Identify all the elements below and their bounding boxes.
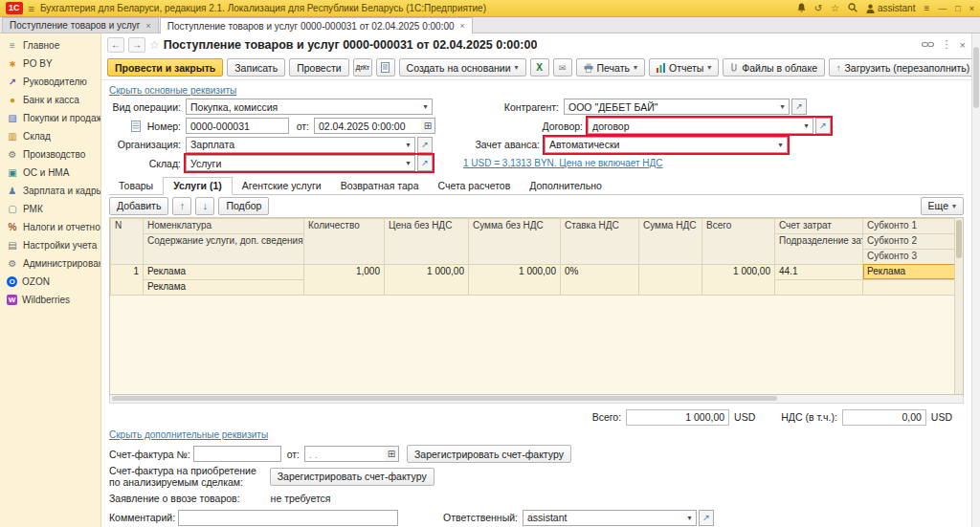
- column-header-subconto1[interactable]: Субконто 1: [863, 218, 955, 233]
- maximize-button[interactable]: □: [955, 4, 960, 13]
- print-button[interactable]: Печать▾: [576, 58, 645, 77]
- sidebar-item-ozon[interactable]: OOZON: [0, 273, 100, 291]
- cell-row-number[interactable]: 1: [111, 264, 144, 295]
- notifications-bell-icon[interactable]: [797, 3, 806, 14]
- hide-main-requisites-link[interactable]: Скрыть основные реквизиты: [109, 85, 236, 96]
- warehouse-field[interactable]: Услуги ▾: [186, 155, 415, 171]
- column-header-sum[interactable]: Сумма без НДС: [469, 218, 561, 264]
- tab-scheta-raschetov[interactable]: Счета расчетов: [428, 178, 520, 194]
- kebab-menu-icon[interactable]: ⋮: [942, 38, 952, 51]
- minimize-button[interactable]: —: [938, 4, 947, 13]
- cell-price[interactable]: 1 000,00: [385, 264, 469, 295]
- move-down-button[interactable]: ↓: [195, 197, 214, 215]
- excel-export-button[interactable]: X: [530, 58, 549, 77]
- column-header-cost-account[interactable]: Счет затрат: [775, 218, 863, 233]
- sidebar-item-os-nma[interactable]: ▣ОС и НМА: [0, 164, 100, 182]
- register-invoice-button[interactable]: Зарегистрировать счет-фактуру: [407, 445, 571, 463]
- cell-cost-account[interactable]: 44.1: [775, 264, 863, 279]
- scrollbar-thumb[interactable]: [973, 47, 979, 108]
- column-header-total[interactable]: Всего: [702, 218, 775, 264]
- window-vertical-scrollbar[interactable]: [971, 33, 980, 527]
- grid-more-button[interactable]: Еще▾: [921, 197, 964, 215]
- reports-button[interactable]: Отчеты▾: [649, 58, 719, 77]
- get-link-icon[interactable]: [922, 40, 934, 49]
- move-up-button[interactable]: ↑: [172, 197, 191, 215]
- back-button[interactable]: ←: [107, 37, 124, 53]
- pick-button[interactable]: Подбор: [218, 197, 269, 215]
- window-tab-list[interactable]: Поступление товаров и услуг ×: [2, 17, 159, 33]
- close-form-icon[interactable]: ×: [960, 39, 966, 51]
- register-purchase-invoice-button[interactable]: Зарегистрировать счет-фактуру: [270, 468, 434, 486]
- column-header-price[interactable]: Цена без НДС: [385, 218, 469, 264]
- tab-close-icon[interactable]: ×: [145, 21, 150, 31]
- comment-input[interactable]: [178, 510, 398, 526]
- history-icon[interactable]: ↺: [814, 4, 822, 13]
- date-field[interactable]: 02.04.2025 0:00:00: [314, 118, 421, 134]
- column-header-service-content[interactable]: Содержание услуги, доп. сведения: [144, 233, 304, 264]
- favorites-star-icon[interactable]: ☆: [831, 4, 839, 13]
- column-header-subconto3[interactable]: Субконто 3: [863, 249, 955, 264]
- scrollbar-thumb[interactable]: [956, 220, 962, 258]
- sidebar-item-administrirovanie[interactable]: ⚙Администрирование: [0, 254, 100, 273]
- tab-close-icon[interactable]: ×: [460, 21, 465, 31]
- scrollbar-thumb[interactable]: [112, 396, 777, 401]
- operation-type-field[interactable]: Покупка, комиссия ▾: [186, 99, 433, 115]
- number-field[interactable]: 0000-000031: [186, 118, 289, 134]
- sidebar-item-rukovoditelyu[interactable]: ↗Руководителю: [0, 73, 100, 91]
- cloud-files-button[interactable]: Файлы в облаке: [723, 58, 825, 77]
- cell-subconto1-selected[interactable]: Реклама: [863, 264, 955, 279]
- advance-field[interactable]: Автоматически ▾: [545, 137, 788, 153]
- user-menu[interactable]: assistant: [866, 3, 915, 13]
- forward-button[interactable]: →: [128, 37, 145, 53]
- tab-dopolnitelno[interactable]: Дополнительно: [520, 178, 612, 194]
- table-horizontal-scrollbar[interactable]: [109, 395, 964, 404]
- invoice-date-field[interactable]: . .: [304, 446, 385, 462]
- mail-button[interactable]: ✉: [553, 58, 572, 77]
- currency-rate-link[interactable]: 1 USD = 3,1313 BYN. Цена не включает НДС: [463, 158, 663, 168]
- column-header-nomenclature[interactable]: Номенклатура: [144, 218, 304, 233]
- sidebar-item-bank-kassa[interactable]: ●Банк и касса: [0, 91, 100, 109]
- close-window-button[interactable]: ×: [969, 4, 974, 13]
- column-header-vat-rate[interactable]: Ставка НДС: [561, 218, 639, 264]
- organization-field[interactable]: Зарплата ▾: [186, 137, 415, 153]
- column-header-subconto2[interactable]: Субконто 2: [863, 233, 955, 249]
- load-from-file-button[interactable]: ↑ Загрузить (перезаполнить) из файла: [829, 58, 980, 77]
- sidebar-item-sklad[interactable]: ▥Склад: [0, 127, 100, 145]
- open-warehouse-button[interactable]: ↗: [417, 155, 433, 171]
- table-vertical-scrollbar[interactable]: [954, 218, 963, 394]
- column-header-n[interactable]: N: [111, 218, 144, 264]
- responsible-field[interactable]: assistant ▾: [523, 510, 697, 526]
- dropdown-icon[interactable]: ▾: [402, 141, 414, 149]
- column-header-cost-department[interactable]: Подразделение затрат: [775, 233, 863, 264]
- sidebar-item-po-by[interactable]: ∗PO BY: [0, 55, 100, 73]
- invoice-number-input[interactable]: [193, 446, 281, 462]
- cell-cost-department[interactable]: [775, 279, 863, 295]
- sidebar-item-proizvodstvo[interactable]: ⚙Производство: [0, 145, 100, 164]
- sidebar-item-rmk[interactable]: ▢РМК: [0, 200, 100, 218]
- calendar-icon[interactable]: ⊞: [421, 118, 435, 134]
- column-header-vat-sum[interactable]: Сумма НДС: [639, 218, 702, 264]
- cell-nomenclature[interactable]: Реклама: [144, 264, 304, 279]
- dropdown-icon[interactable]: ▾: [800, 121, 813, 130]
- tab-agentskie-uslugi[interactable]: Агентские услуги: [233, 178, 331, 194]
- cell-total[interactable]: 1 000,00: [702, 264, 775, 295]
- column-header-quantity[interactable]: Количество: [304, 218, 385, 264]
- sidebar-item-nastroyki-ucheta[interactable]: ▤Настройки учета: [0, 236, 100, 254]
- cell-subconto2[interactable]: [863, 279, 955, 295]
- post-and-close-button[interactable]: Провести и закрыть: [107, 58, 223, 77]
- open-responsible-button[interactable]: ↗: [699, 510, 714, 526]
- favorite-star-icon[interactable]: ☆: [149, 38, 160, 52]
- window-tab-document[interactable]: Поступление товаров и услуг 0000-000031 …: [160, 17, 473, 33]
- table-row[interactable]: 1 Реклама 1,000 1 000,00 1 000,00 0% 1 0…: [111, 264, 955, 279]
- sidebar-item-glavnoe[interactable]: ≡Главное: [0, 36, 100, 55]
- dropdown-icon[interactable]: ▾: [774, 141, 787, 149]
- dropdown-icon[interactable]: ▾: [683, 514, 696, 522]
- add-row-button[interactable]: Добавить: [109, 197, 168, 215]
- cell-service-content[interactable]: Реклама: [144, 279, 304, 295]
- dropdown-icon[interactable]: ▾: [419, 102, 432, 111]
- sidebar-item-pokupki-prodazhi[interactable]: ▨Покупки и продажи: [0, 109, 100, 127]
- open-counterparty-button[interactable]: ↗: [791, 99, 807, 115]
- tab-tovary[interactable]: Товары: [109, 178, 163, 194]
- sidebar-item-wildberries[interactable]: WWildberries: [0, 291, 100, 309]
- dropdown-icon[interactable]: ▾: [402, 159, 414, 167]
